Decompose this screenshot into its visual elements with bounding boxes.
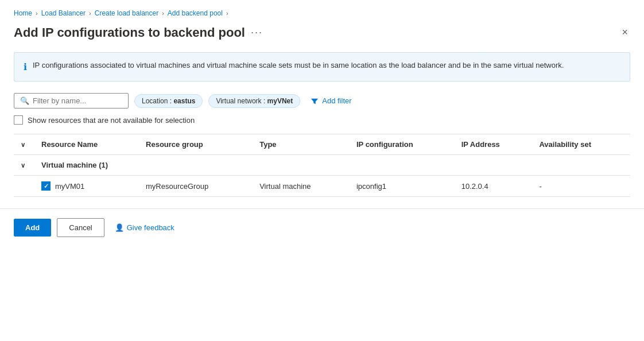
table-row: myVM01 myResourceGroup Virtual machine i…: [14, 176, 630, 197]
filter-icon: [311, 97, 319, 105]
location-filter-label: Location :: [142, 97, 173, 105]
group-expand-cell[interactable]: ∨: [14, 155, 34, 176]
row-resource-name: myVM01: [55, 182, 84, 191]
info-banner-text: IP configurations associated to virtual …: [33, 60, 564, 71]
expand-all-icon[interactable]: ∨: [21, 141, 25, 148]
show-resources-row: Show resources that are not available fo…: [14, 115, 630, 125]
breadcrumb: Home › Load Balancer › Create load balan…: [14, 9, 630, 17]
th-ip-address: IP Address: [455, 134, 533, 155]
row-checkbox[interactable]: [41, 181, 51, 191]
group-row-vm: ∨ Virtual machine (1): [14, 155, 630, 176]
vnet-filter-value: myVNet: [267, 97, 293, 105]
filter-input-container[interactable]: 🔍: [14, 93, 129, 108]
row-availability-set: -: [532, 176, 630, 197]
footer: Add Cancel 👤 Give feedback: [0, 209, 644, 246]
th-expand: ∨: [14, 134, 34, 155]
th-resource-group: Resource group: [139, 134, 253, 155]
th-availability-set: Availability set: [532, 134, 630, 155]
breadcrumb-add-backend-pool[interactable]: Add backend pool: [168, 9, 223, 17]
th-type: Type: [253, 134, 350, 155]
feedback-person-icon: 👤: [115, 223, 124, 232]
add-filter-label: Add filter: [322, 96, 351, 105]
feedback-label: Give feedback: [127, 223, 174, 232]
add-button[interactable]: Add: [14, 219, 51, 237]
filter-by-name-input[interactable]: [33, 96, 122, 105]
location-filter-value: eastus: [173, 97, 195, 105]
page-header: Add IP configurations to backend pool ··…: [14, 24, 630, 41]
location-filter-tag[interactable]: Location : eastus: [134, 94, 203, 108]
info-banner: ℹ IP configurations associated to virtua…: [14, 52, 630, 82]
page-title: Add IP configurations to backend pool: [14, 25, 245, 40]
group-expand-icon[interactable]: ∨: [21, 162, 25, 169]
give-feedback-link[interactable]: 👤 Give feedback: [115, 223, 174, 232]
resources-table: ∨ Resource Name Resource group Type IP c…: [14, 134, 630, 197]
breadcrumb-home[interactable]: Home: [14, 9, 32, 17]
info-icon: ℹ: [24, 60, 27, 74]
more-options-button[interactable]: ···: [251, 26, 263, 38]
show-resources-checkbox[interactable]: [14, 115, 23, 125]
row-resource-group: myResourceGroup: [139, 176, 253, 197]
group-name: Virtual machine (1): [41, 161, 108, 169]
th-resource-name: Resource Name: [34, 134, 139, 155]
search-icon: 🔍: [20, 96, 29, 105]
add-filter-button[interactable]: Add filter: [306, 94, 356, 107]
vnet-filter-label: Virtual network :: [216, 97, 267, 105]
row-ip-address: 10.2.0.4: [455, 176, 533, 197]
show-resources-label: Show resources that are not available fo…: [28, 116, 195, 125]
row-name-cell: myVM01: [34, 176, 139, 197]
breadcrumb-load-balancer[interactable]: Load Balancer: [41, 9, 86, 17]
close-button[interactable]: ×: [619, 24, 630, 41]
cancel-button[interactable]: Cancel: [57, 218, 104, 237]
vnet-filter-tag[interactable]: Virtual network : myVNet: [208, 94, 300, 108]
breadcrumb-create-load-balancer[interactable]: Create load balancer: [95, 9, 158, 17]
row-ip-configuration: ipconfig1: [350, 176, 455, 197]
filter-row: 🔍 Location : eastus Virtual network : my…: [14, 93, 630, 108]
th-ip-configuration: IP configuration: [350, 134, 455, 155]
row-type: Virtual machine: [253, 176, 350, 197]
row-indent: [14, 176, 34, 197]
group-name-cell: Virtual machine (1): [34, 155, 630, 176]
